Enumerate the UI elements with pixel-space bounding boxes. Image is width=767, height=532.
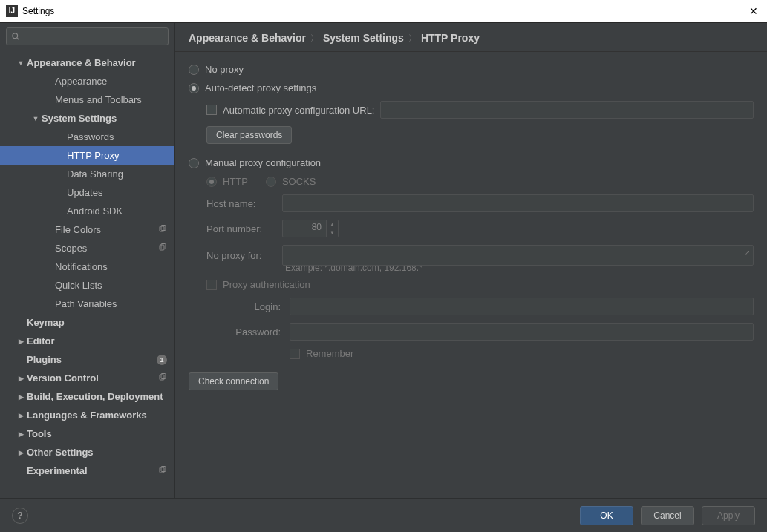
sidebar-item-label: Other Settings bbox=[27, 447, 174, 458]
auto-url-row: Automatic proxy configuration URL: bbox=[206, 101, 754, 119]
sidebar-item-experimental[interactable]: ▶Experimental bbox=[0, 462, 174, 480]
sidebar-item-plugins[interactable]: ▶Plugins1 bbox=[0, 350, 174, 369]
sidebar-item-quick-lists[interactable]: ▶Quick Lists bbox=[0, 276, 174, 295]
sidebar-item-appearance-behavior[interactable]: ▼Appearance & Behavior bbox=[0, 53, 174, 72]
sidebar-item-label: Plugins bbox=[27, 354, 174, 365]
project-scope-icon bbox=[158, 243, 167, 254]
chevron-right-icon: ▶ bbox=[15, 430, 27, 438]
search-box[interactable] bbox=[6, 27, 169, 45]
breadcrumb-item: HTTP Proxy bbox=[421, 32, 480, 44]
chevron-down-icon: ▼ bbox=[327, 229, 338, 237]
sidebar-item-data-sharing[interactable]: ▶Data Sharing bbox=[0, 165, 174, 183]
chevron-up-icon: ▲ bbox=[327, 220, 338, 229]
svg-line-1 bbox=[17, 38, 19, 39]
sidebar-item-languages-frameworks[interactable]: ▶Languages & Frameworks bbox=[0, 406, 174, 424]
sidebar-item-label: Version Control bbox=[27, 372, 174, 384]
chevron-down-icon: ▼ bbox=[15, 59, 27, 67]
auto-url-checkbox[interactable] bbox=[206, 105, 217, 115]
password-input bbox=[290, 323, 754, 341]
sidebar-item-label: HTTP Proxy bbox=[67, 150, 174, 161]
sidebar-item-file-colors[interactable]: ▶File Colors bbox=[0, 220, 174, 239]
radio-icon bbox=[189, 83, 199, 93]
breadcrumb: Appearance & Behavior 〉 System Settings … bbox=[175, 23, 767, 52]
clear-passwords-button[interactable]: Clear passwords bbox=[206, 126, 292, 144]
search-wrap bbox=[0, 23, 174, 50]
no-proxy-label: No proxy bbox=[205, 64, 244, 75]
sidebar-item-keymap[interactable]: ▶Keymap bbox=[0, 313, 174, 332]
no-proxy-for-input: ⤢ bbox=[282, 245, 754, 266]
sidebar-item-menus-and-toolbars[interactable]: ▶Menus and Toolbars bbox=[0, 91, 174, 109]
auto-detect-option[interactable]: Auto-detect proxy settings bbox=[189, 82, 754, 93]
title-bar: IJ Settings ✕ bbox=[0, 0, 767, 22]
sidebar-item-scopes[interactable]: ▶Scopes bbox=[0, 239, 174, 257]
sidebar-item-passwords[interactable]: ▶Passwords bbox=[0, 128, 174, 146]
spinner-buttons: ▲▼ bbox=[327, 220, 339, 237]
svg-point-0 bbox=[13, 33, 18, 39]
sidebar-item-label: System Settings bbox=[42, 113, 174, 124]
sidebar-item-label: Path Variables bbox=[55, 298, 174, 309]
chevron-down-icon: ▼ bbox=[30, 115, 42, 122]
main-panel: Appearance & Behavior 〉 System Settings … bbox=[175, 23, 767, 498]
auto-url-input bbox=[380, 101, 754, 119]
app-icon: IJ bbox=[6, 5, 18, 17]
sidebar-item-version-control[interactable]: ▶Version Control bbox=[0, 369, 174, 387]
sidebar-item-tools[interactable]: ▶Tools bbox=[0, 424, 174, 443]
radio-icon bbox=[266, 177, 276, 187]
http-label: HTTP bbox=[223, 176, 248, 187]
breadcrumb-item: System Settings bbox=[323, 32, 404, 44]
expand-icon: ⤢ bbox=[744, 249, 750, 257]
chevron-right-icon: 〉 bbox=[310, 33, 319, 44]
sidebar-item-label: Scopes bbox=[55, 243, 174, 254]
sidebar-item-label: Data Sharing bbox=[67, 168, 174, 180]
chevron-right-icon: ▶ bbox=[15, 375, 27, 382]
sidebar-item-editor[interactable]: ▶Editor bbox=[0, 332, 174, 350]
dialog-footer: ? OK Cancel Apply bbox=[0, 498, 767, 532]
port-number-value: 80 bbox=[282, 220, 327, 237]
sidebar-item-android-sdk[interactable]: ▶Android SDK bbox=[0, 202, 174, 220]
sidebar-item-system-settings[interactable]: ▼System Settings bbox=[0, 109, 174, 128]
socks-label: SOCKS bbox=[282, 176, 316, 187]
sidebar-item-other-settings[interactable]: ▶Other Settings bbox=[0, 443, 174, 462]
radio-icon bbox=[189, 158, 199, 168]
chevron-right-icon: ▶ bbox=[15, 393, 27, 401]
sidebar-item-label: Keymap bbox=[27, 317, 174, 328]
project-scope-icon bbox=[158, 466, 167, 476]
content-area: ▼Appearance & Behavior▶Appearance▶Menus … bbox=[0, 22, 767, 498]
http-proxy-form: No proxy Auto-detect proxy settings Auto… bbox=[175, 52, 767, 402]
cancel-button[interactable]: Cancel bbox=[641, 506, 694, 525]
window-title: Settings bbox=[22, 6, 54, 16]
sidebar-item-path-variables[interactable]: ▶Path Variables bbox=[0, 295, 174, 313]
sidebar-item-label: Notifications bbox=[55, 261, 174, 272]
remember-row: Remember bbox=[290, 348, 754, 359]
radio-icon bbox=[206, 177, 217, 187]
login-label: Login: bbox=[221, 301, 281, 312]
no-proxy-for-label: No proxy for: bbox=[206, 250, 273, 261]
sidebar-item-label: Appearance & Behavior bbox=[27, 57, 174, 68]
http-option: HTTP bbox=[206, 176, 248, 187]
chevron-right-icon: ▶ bbox=[15, 338, 27, 345]
search-input[interactable] bbox=[20, 31, 163, 42]
sidebar-item-label: Experimental bbox=[27, 465, 174, 476]
sidebar-item-http-proxy[interactable]: ▶HTTP Proxy bbox=[0, 146, 174, 165]
sidebar-item-notifications[interactable]: ▶Notifications bbox=[0, 257, 174, 276]
proxy-auth-label: Proxy authentication bbox=[223, 279, 310, 290]
check-connection-button[interactable]: Check connection bbox=[189, 372, 278, 390]
help-icon[interactable]: ? bbox=[12, 508, 28, 524]
sidebar-item-updates[interactable]: ▶Updates bbox=[0, 183, 174, 202]
sidebar-item-label: Updates bbox=[67, 187, 174, 198]
project-scope-icon bbox=[158, 225, 167, 235]
chevron-right-icon: 〉 bbox=[408, 33, 417, 44]
ok-button[interactable]: OK bbox=[580, 506, 633, 525]
update-count-badge: 1 bbox=[157, 355, 167, 365]
sidebar-item-build-execution-deployment[interactable]: ▶Build, Execution, Deployment bbox=[0, 387, 174, 406]
settings-tree: ▼Appearance & Behavior▶Appearance▶Menus … bbox=[0, 50, 174, 498]
sidebar-item-appearance[interactable]: ▶Appearance bbox=[0, 72, 174, 91]
sidebar-item-label: Languages & Frameworks bbox=[27, 410, 174, 421]
radio-icon bbox=[189, 65, 199, 75]
apply-button[interactable]: Apply bbox=[702, 506, 755, 525]
auto-detect-label: Auto-detect proxy settings bbox=[205, 82, 316, 93]
close-icon[interactable]: ✕ bbox=[746, 5, 761, 17]
no-proxy-option[interactable]: No proxy bbox=[189, 64, 754, 75]
manual-proxy-option[interactable]: Manual proxy configuration bbox=[189, 157, 754, 168]
auto-url-label: Automatic proxy configuration URL: bbox=[223, 105, 374, 116]
